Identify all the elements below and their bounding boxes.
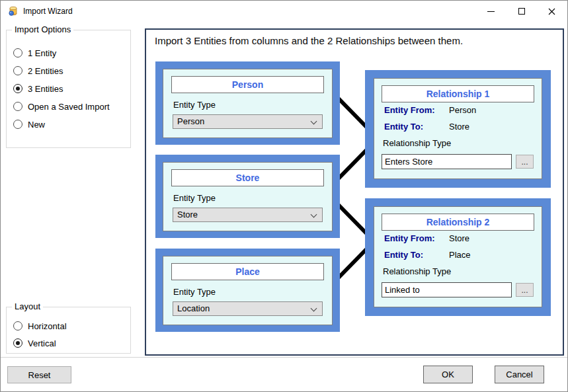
wizard-caption: Import 3 Entities from columns and the 2… <box>155 35 463 46</box>
database-icon <box>8 6 19 17</box>
relationship-card-inner: Relationship 2 Entity From: Store Entity… <box>374 206 542 307</box>
browse-button[interactable]: ... <box>516 155 534 169</box>
layout-legend: Layout <box>12 301 43 311</box>
import-options-legend: Import Options <box>12 24 73 34</box>
radio-circle <box>13 120 22 129</box>
reset-button[interactable]: Reset <box>7 366 71 383</box>
close-icon <box>548 8 555 15</box>
cancel-button[interactable]: Cancel <box>495 366 544 383</box>
radio-open-saved-import[interactable]: Open a Saved Import <box>13 101 110 112</box>
browse-button[interactable]: ... <box>516 283 534 297</box>
entity-card-inner: Store Entity Type Store <box>163 162 333 231</box>
maximize-icon <box>518 8 525 15</box>
close-button[interactable] <box>537 1 567 22</box>
entity-card-inner: Person Entity Type Person <box>163 69 333 138</box>
chevron-down-icon <box>311 212 317 218</box>
entity-type-dropdown[interactable]: Person <box>173 114 323 129</box>
entity-from-label: Entity From: <box>384 233 435 243</box>
entity-title: Person <box>171 76 324 93</box>
entity-from-row: Entity From: Store <box>384 233 534 244</box>
minimize-icon <box>487 11 495 12</box>
radio-1-entity[interactable]: 1 Entity <box>13 48 56 58</box>
relationship-title: Relationship 2 <box>382 214 534 231</box>
layout-group: Layout Horizontal Vertical <box>6 307 131 354</box>
radio-label: 1 Entity <box>28 48 56 58</box>
relationship-type-label: Relationship Type <box>383 138 451 148</box>
radio-label: 2 Entities <box>28 66 63 76</box>
entity-type-label: Entity Type <box>173 100 216 110</box>
chevron-down-icon <box>311 305 317 312</box>
entity-card-person: Person Entity Type Person <box>155 61 340 145</box>
radio-circle <box>13 84 22 93</box>
relationship-type-input[interactable] <box>382 154 512 169</box>
relationship-type-label: Relationship Type <box>383 266 451 276</box>
import-wizard-dialog: Import Wizard Import Options 1 Entity 2 … <box>0 0 568 392</box>
radio-label: 3 Entities <box>28 84 63 94</box>
chevron-down-icon <box>311 118 317 125</box>
entity-title: Store <box>171 169 324 186</box>
entity-title: Place <box>171 263 324 280</box>
entity-type-dropdown[interactable]: Store <box>173 208 323 222</box>
radio-3-entities[interactable]: 3 Entities <box>13 83 63 94</box>
radio-label: Vertical <box>28 338 56 348</box>
entity-type-value: Person <box>177 116 204 126</box>
entity-type-value: Location <box>177 303 210 313</box>
ok-button[interactable]: OK <box>423 366 473 383</box>
relationship-title: Relationship 1 <box>382 85 534 102</box>
radio-label: Open a Saved Import <box>28 102 110 112</box>
relationship-card-2: Relationship 2 Entity From: Store Entity… <box>365 198 551 316</box>
entity-type-value: Store <box>177 210 198 219</box>
entity-to-label: Entity To: <box>384 250 423 260</box>
titlebar: Import Wizard <box>1 1 567 22</box>
entity-card-inner: Place Entity Type Location <box>163 256 333 325</box>
entity-to-value: Place <box>449 250 471 260</box>
entity-type-label: Entity Type <box>173 287 216 297</box>
entity-to-label: Entity To: <box>384 122 423 132</box>
entity-type-dropdown[interactable]: Location <box>173 301 323 316</box>
maximize-button[interactable] <box>507 1 536 22</box>
entity-card-store: Store Entity Type Store <box>155 155 340 238</box>
radio-circle <box>13 66 22 75</box>
entity-to-value: Store <box>449 122 469 132</box>
radio-circle <box>13 102 22 111</box>
minimize-button[interactable] <box>476 1 506 22</box>
radio-horizontal[interactable]: Horizontal <box>13 321 67 331</box>
radio-circle <box>13 338 22 348</box>
radio-circle <box>13 321 22 331</box>
entity-from-value: Store <box>449 233 469 243</box>
radio-2-entities[interactable]: 2 Entities <box>13 65 63 76</box>
entity-card-place: Place Entity Type Location <box>155 249 340 332</box>
footer-divider <box>1 357 567 358</box>
radio-circle <box>13 48 22 58</box>
entity-from-value: Person <box>449 105 476 115</box>
entity-to-row: Entity To: Store <box>384 122 534 132</box>
radio-label: Horizontal <box>28 321 67 331</box>
relationship-type-input[interactable] <box>382 282 512 297</box>
import-options-group: Import Options 1 Entity 2 Entities 3 Ent… <box>6 30 131 148</box>
radio-label: New <box>28 120 45 130</box>
entity-type-label: Entity Type <box>173 193 216 203</box>
entity-from-label: Entity From: <box>384 105 435 115</box>
radio-new[interactable]: New <box>13 119 45 130</box>
radio-vertical[interactable]: Vertical <box>13 338 56 348</box>
relationship-card-1: Relationship 1 Entity From: Person Entit… <box>365 70 551 188</box>
relationship-card-inner: Relationship 1 Entity From: Person Entit… <box>374 78 542 179</box>
entity-from-row: Entity From: Person <box>384 105 534 116</box>
entity-to-row: Entity To: Place <box>384 250 534 260</box>
window-title: Import Wizard <box>23 1 73 22</box>
